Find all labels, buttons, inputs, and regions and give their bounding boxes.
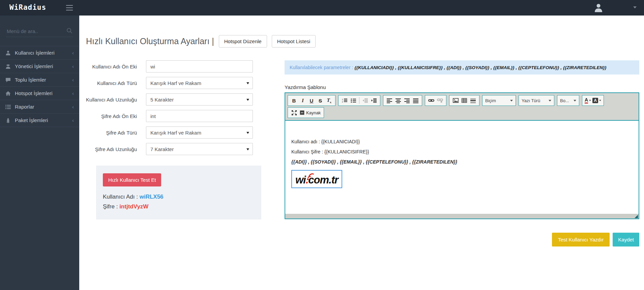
indent-icon[interactable] [370,96,378,105]
hizli-kullanici-test-button[interactable]: Hızlı Kullanıcı Test Et [103,173,161,186]
parameters-list: {{KULLANICIADI}} , {{KULLANICISIFRE}} , … [354,65,607,70]
svg-text:1: 1 [342,98,343,100]
align-center-icon[interactable] [394,96,403,105]
selected-option: 5 Karakter [150,97,174,103]
sifre-adi-on-eki-input[interactable] [146,110,253,122]
hotspot-listesi-button[interactable]: Hotspot Listesi [272,35,316,48]
sidebar: Kullanıcı İşlemleri ‹ Yönetici İşlemleri… [0,16,79,290]
chevron-down-icon[interactable] [633,6,637,8]
resize-handle[interactable] [635,215,638,218]
field-label: Şifre Adı Türü [86,130,146,136]
background-color-button[interactable]: A [592,98,601,103]
sidebar-item-raporlar[interactable]: Raporlar ‹ [0,100,79,114]
caret-down-icon [574,100,576,102]
user-avatar-icon[interactable] [593,3,604,13]
test-username-line: Kullanıcı Adı : wiRLX56 [103,194,255,200]
sidebar-item-paket-islemleri[interactable]: Paket İşlemleri ‹ [0,114,79,127]
insert-image-icon[interactable] [451,96,460,105]
template-line: Kullanıcı adı : {{KULLANICIADI}} [291,139,633,144]
horizontal-rule-icon[interactable] [469,96,477,105]
user-secret-icon [5,64,15,69]
tree-icon [5,118,15,123]
align-right-icon[interactable] [403,96,411,105]
menu-toggle-icon[interactable] [66,5,73,10]
main-content: Hızlı Kullanıcı Oluşturma Ayarları | Hot… [79,16,644,290]
editor-content[interactable]: Kullanıcı adı : {{KULLANICIADI}} Kullanı… [285,121,639,214]
sidebar-item-toplu-islemler[interactable]: Toplu İşlemler ‹ [0,73,79,87]
hotspot-duzenle-button[interactable]: Hotspot Düzenle [219,35,267,48]
quick-user-form: Kullanıcı Adı Ön Eki Kullanıcı Adı Türü … [86,60,270,246]
field-label: Şifre Adı Ön Eki [86,113,146,119]
svg-text:2: 2 [342,101,343,103]
test-username-label: Kullanıcı Adı : [103,194,138,200]
link-icon[interactable] [427,96,436,105]
topbar: WiRadius [0,0,644,16]
source-icon [300,110,304,115]
outdent-icon[interactable] [361,96,370,105]
format-dropdown[interactable]: Biçim [482,95,516,106]
maximize-icon[interactable] [290,109,298,117]
field-label: Kullanıcı Adı Uzunluğu [86,97,146,103]
list-icon [5,104,15,110]
source-button[interactable]: Kaynak [298,110,322,115]
size-dropdown[interactable]: Bo... [557,95,579,106]
chevron-left-icon: ‹ [72,117,74,123]
insert-table-icon[interactable] [460,96,469,105]
search-icon [66,28,72,34]
caret-down-icon [246,82,249,84]
sifre-adi-turu-select[interactable]: Karışık Harf ve Rakam [146,126,253,139]
bold-button[interactable]: B [290,96,298,105]
caret-down-icon [549,100,551,102]
field-label: Kullanıcı Adı Ön Eki [86,64,146,69]
numbered-list-icon[interactable]: 12 [340,96,349,105]
strikethrough-button[interactable]: S [316,96,325,105]
selected-option: Karışık Harf ve Rakam [150,130,201,136]
kaydet-button[interactable]: Kaydet [613,233,639,246]
caret-down-icon [246,132,249,134]
sidebar-search-input[interactable] [6,26,73,37]
chevron-left-icon: ‹ [72,50,74,56]
editor-toolbar: B I U S Tx 12 [285,93,639,121]
app-logo: WiRadius [9,3,46,11]
sidebar-item-yonetici-islemleri[interactable]: Yönetici İşlemleri ‹ [0,60,79,73]
align-justify-icon[interactable] [411,96,420,105]
chevron-left-icon: ‹ [72,77,74,83]
template-line: Kullanıcı Şifre : {{KULLANICISIFRE}} [291,149,633,154]
editor-label: Yazdırma Şablonu [285,84,639,90]
chevron-left-icon: ‹ [72,90,74,96]
sidebar-menu: Kullanıcı İşlemleri ‹ Yönetici İşlemleri… [0,46,79,127]
template-line: {{ADI}} , {{SOYADI}} , {{EMAIL}} , {{CEP… [291,159,633,165]
test-password-label: Şifre : [103,203,118,210]
kullanici-adi-turu-select[interactable]: Karışık Harf ve Rakam [146,77,253,89]
font-dropdown[interactable]: Yazı Türü [519,95,554,106]
wifi-signal-icon [306,171,315,180]
page-title: Hızlı Kullanıcı Oluşturma Ayarları | [86,36,214,46]
selected-option: 7 Karakter [150,146,174,152]
unlink-icon[interactable] [436,96,444,105]
person-icon [593,3,604,13]
template-panel: Kullanılabilecek parametreler : {{KULLAN… [285,60,639,246]
kullanici-adi-uzunlugu-select[interactable]: 5 Karakter [146,93,253,106]
sidebar-item-label: Toplu İşlemler [15,77,72,83]
sidebar-item-label: Yönetici İşlemleri [15,63,72,69]
sidebar-item-hotspot-islemleri[interactable]: Hotspot İşlemleri ‹ [0,87,79,100]
caret-down-icon [246,148,249,150]
kullanici-adi-on-eki-input[interactable] [146,60,253,72]
sidebar-item-kullanici-islemleri[interactable]: Kullanıcı İşlemleri ‹ [0,46,79,60]
sidebar-item-label: Kullanıcı İşlemleri [15,50,72,56]
sidebar-item-label: Raporlar [15,104,72,110]
wicomtr-logo-image[interactable]: wi.com.tr [291,170,342,188]
italic-button[interactable]: I [298,96,307,105]
parameters-prefix: Kullanılabilecek parametreler : [290,65,353,70]
sifre-adi-uzunlugu-select[interactable]: 7 Karakter [146,143,253,155]
field-label: Şifre Adı Uzunluğu [86,146,146,152]
chevron-left-icon: ‹ [72,63,74,69]
test-kullanici-yazdir-button[interactable]: Test Kullanıcı Yazdır [552,233,610,246]
align-left-icon[interactable] [385,96,394,105]
parameters-banner: Kullanılabilecek parametreler : {{KULLAN… [285,60,639,75]
bulleted-list-icon[interactable] [349,96,358,105]
caret-down-icon [246,99,249,101]
remove-format-button[interactable]: Tx [325,96,333,105]
underline-button[interactable]: U [307,96,316,105]
text-color-button[interactable]: A [585,97,591,104]
